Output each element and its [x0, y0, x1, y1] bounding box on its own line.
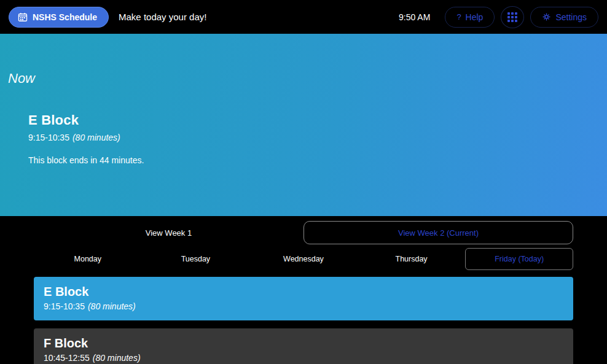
- now-section-label: Now: [8, 71, 35, 87]
- tab-friday-today[interactable]: Friday (Today): [465, 248, 573, 270]
- block-list: E Block 9:15-10:35(80 minutes) F Block 1…: [34, 277, 573, 364]
- header-bar: NSHS Schedule Make today your day! 9:50 …: [0, 0, 607, 34]
- help-button-label: Help: [466, 12, 484, 22]
- tab-view-week-1[interactable]: View Week 1: [34, 221, 304, 244]
- block-name: F Block: [44, 336, 563, 350]
- gear-icon: [542, 12, 551, 21]
- clock-time: 9:50 AM: [399, 12, 430, 22]
- settings-button-label: Settings: [555, 12, 587, 22]
- app-home-button[interactable]: NSHS Schedule: [9, 7, 109, 28]
- calendar-icon: [18, 12, 28, 22]
- block-time-range: 9:15-10:35: [44, 301, 85, 311]
- grid-icon: [507, 12, 517, 22]
- block-time: 9:15-10:35(80 minutes): [44, 301, 563, 311]
- question-mark-icon: ?: [456, 12, 461, 21]
- app-home-button-label: NSHS Schedule: [33, 12, 97, 22]
- block-row-f: F Block 10:45-12:55(80 minutes): [34, 328, 573, 364]
- tagline: Make today your day!: [119, 12, 206, 22]
- day-selector: Monday Tuesday Wednesday Thursday Friday…: [34, 248, 573, 270]
- schedule-section: View Week 1 View Week 2 (Current) Monday…: [0, 216, 607, 364]
- current-block-info: E Block 9:15-10:35(80 minutes) This bloc…: [28, 112, 144, 165]
- apps-grid-button[interactable]: [501, 6, 524, 28]
- block-name: E Block: [44, 285, 563, 299]
- help-button[interactable]: ? Help: [445, 7, 495, 28]
- tab-wednesday[interactable]: Wednesday: [249, 248, 358, 270]
- now-section: Now E Block 9:15-10:35(80 minutes) This …: [0, 34, 607, 216]
- tab-thursday[interactable]: Thursday: [358, 248, 466, 270]
- tab-tuesday[interactable]: Tuesday: [142, 248, 250, 270]
- tab-view-week-2-current[interactable]: View Week 2 (Current): [304, 221, 573, 244]
- tab-monday[interactable]: Monday: [34, 248, 142, 270]
- block-duration: (80 minutes): [93, 353, 141, 363]
- current-block-duration: (80 minutes): [72, 133, 120, 142]
- current-block-name: E Block: [28, 112, 144, 128]
- settings-button[interactable]: Settings: [530, 7, 598, 28]
- block-duration: (80 minutes): [88, 301, 136, 311]
- current-block-status: This block ends in 44 minutes.: [28, 155, 144, 165]
- block-time: 10:45-12:55(80 minutes): [44, 353, 563, 363]
- current-block-time: 9:15-10:35(80 minutes): [28, 133, 144, 142]
- block-row-e: E Block 9:15-10:35(80 minutes): [34, 277, 573, 320]
- current-block-time-range: 9:15-10:35: [28, 133, 69, 142]
- week-selector: View Week 1 View Week 2 (Current): [34, 221, 573, 244]
- block-time-range: 10:45-12:55: [44, 353, 90, 363]
